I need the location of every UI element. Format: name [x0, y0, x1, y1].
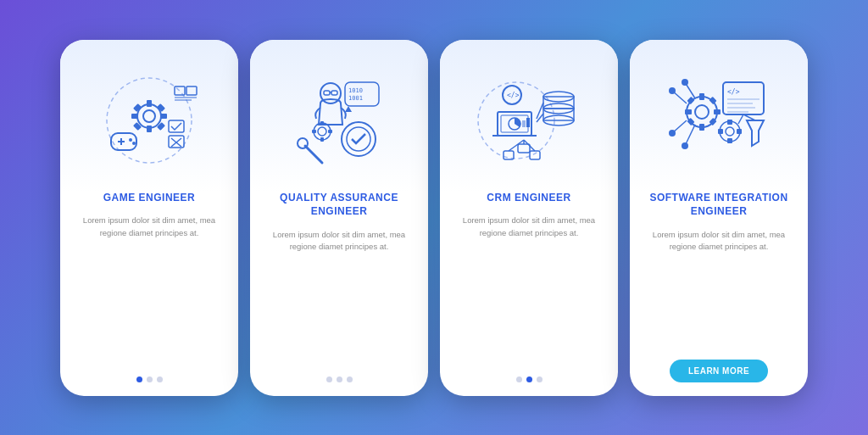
game-engineer-icon — [94, 70, 204, 171]
svg-rect-4 — [147, 125, 152, 132]
phone-software-integration: </> SOFTWARE INTEGRATION ENGINEER Lo — [630, 40, 808, 396]
software-integration-title: SOFTWARE INTEGRATION ENGINEER — [643, 191, 794, 220]
svg-marker-93 — [747, 120, 764, 146]
svg-rect-49 — [526, 118, 530, 127]
dot-2 — [526, 376, 532, 382]
svg-rect-20 — [175, 86, 185, 95]
dot-1 — [516, 376, 522, 382]
svg-rect-48 — [522, 120, 526, 127]
svg-rect-81 — [723, 82, 764, 114]
svg-text:</>: </> — [507, 92, 520, 99]
crm-engineer-icon-area: </> — [453, 57, 604, 184]
svg-line-94 — [738, 114, 743, 124]
qa-engineer-dots — [326, 365, 353, 382]
software-integration-icon-area: </> — [643, 57, 794, 184]
crm-engineer-dots — [516, 365, 542, 382]
software-integration-icon: </> — [664, 70, 774, 171]
svg-line-77 — [672, 91, 687, 103]
phone-qa-engineer: 1010 1001 QUALITY ASSURANCE ENGINEER — [250, 40, 428, 396]
svg-rect-3 — [147, 100, 152, 107]
svg-rect-91 — [718, 129, 723, 134]
dot-1 — [136, 376, 142, 382]
svg-rect-7 — [133, 103, 142, 112]
svg-line-33 — [305, 146, 322, 163]
dot-1 — [326, 376, 332, 382]
svg-rect-89 — [727, 120, 732, 125]
svg-point-36 — [318, 127, 326, 136]
svg-rect-70 — [709, 96, 716, 103]
svg-point-1 — [137, 104, 161, 128]
phone-crm-engineer: </> — [440, 40, 618, 396]
crm-engineer-desc: Lorem ipsum dolor sit dim amet, mea regi… — [453, 215, 604, 239]
dot-2 — [337, 376, 342, 382]
svg-line-95 — [743, 114, 755, 120]
svg-rect-90 — [727, 138, 732, 143]
svg-point-64 — [695, 105, 709, 119]
crm-engineer-icon: </> — [474, 70, 584, 171]
dot-3 — [537, 376, 542, 382]
svg-rect-38 — [320, 137, 324, 142]
software-integration-desc: Lorem ipsum dolor sit dim amet, mea regi… — [643, 229, 794, 254]
svg-rect-53 — [543, 109, 574, 120]
dot-3 — [157, 376, 163, 382]
qa-engineer-icon: 1010 1001 — [284, 70, 394, 171]
svg-line-79 — [672, 120, 687, 133]
svg-rect-8 — [157, 103, 165, 112]
svg-point-32 — [347, 127, 370, 151]
svg-rect-65 — [699, 93, 704, 100]
qa-engineer-desc: Lorem ipsum dolor sit dim amet, mea regi… — [264, 229, 415, 254]
svg-line-61 — [509, 140, 524, 151]
svg-rect-67 — [685, 109, 692, 114]
svg-line-80 — [685, 125, 695, 146]
svg-rect-25 — [324, 91, 330, 95]
phones-container: GAME ENGINEER Lorem ipsum dolor sit dim … — [43, 23, 825, 413]
svg-point-34 — [298, 138, 308, 148]
qa-engineer-icon-area: 1010 1001 — [264, 57, 415, 184]
svg-rect-26 — [331, 91, 337, 95]
svg-point-14 — [129, 138, 132, 142]
svg-rect-39 — [312, 130, 316, 133]
svg-rect-40 — [328, 130, 332, 133]
svg-line-55 — [537, 103, 543, 119]
svg-rect-17 — [169, 136, 184, 148]
svg-rect-57 — [518, 144, 530, 153]
phone-game-engineer: GAME ENGINEER Lorem ipsum dolor sit dim … — [60, 40, 238, 396]
game-engineer-dots — [136, 365, 163, 382]
svg-rect-6 — [160, 114, 167, 119]
game-engineer-icon-area — [74, 57, 225, 184]
svg-line-78 — [685, 82, 695, 98]
svg-rect-68 — [714, 109, 721, 114]
game-engineer-title: GAME ENGINEER — [103, 191, 196, 205]
svg-point-2 — [143, 110, 155, 122]
svg-rect-28 — [345, 82, 379, 106]
svg-rect-69 — [687, 96, 694, 103]
svg-text:1001: 1001 — [348, 95, 363, 102]
crm-engineer-title: CRM ENGINEER — [487, 191, 570, 205]
dot-2 — [147, 376, 153, 382]
svg-rect-66 — [699, 124, 704, 131]
dot-3 — [347, 376, 353, 382]
svg-rect-5 — [131, 114, 138, 119]
svg-text:</>: </> — [727, 88, 740, 96]
svg-rect-60 — [530, 151, 540, 159]
svg-rect-21 — [186, 86, 197, 95]
svg-point-15 — [132, 142, 136, 145]
svg-rect-16 — [169, 120, 184, 132]
svg-text:1010: 1010 — [348, 87, 363, 94]
qa-engineer-title: QUALITY ASSURANCE ENGINEER — [264, 191, 415, 220]
game-engineer-desc: Lorem ipsum dolor sit dim amet, mea regi… — [74, 215, 225, 239]
svg-rect-37 — [320, 121, 324, 125]
svg-rect-92 — [737, 129, 742, 134]
learn-more-button[interactable]: LEARN MORE — [670, 360, 768, 382]
svg-point-88 — [726, 127, 734, 136]
